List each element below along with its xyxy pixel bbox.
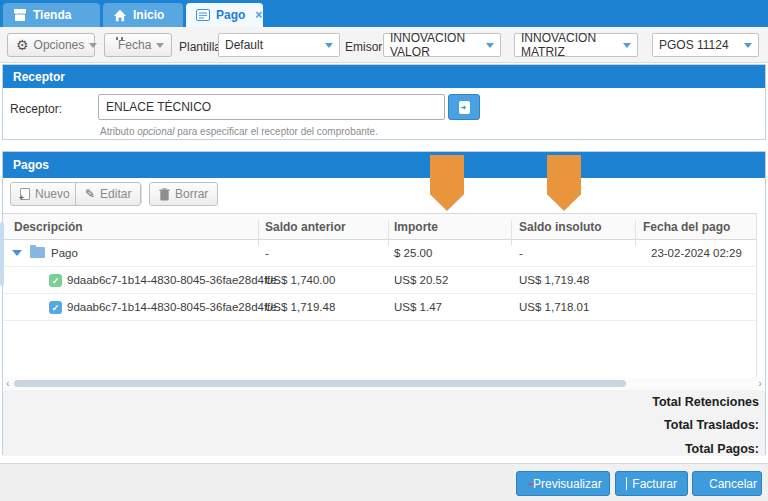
row-saldo-insoluto: US$ 1,718.01 bbox=[519, 301, 589, 313]
fecha-label: Fecha bbox=[118, 38, 151, 52]
previsualizar-button[interactable]: Previsualizar bbox=[516, 471, 610, 496]
col-importe[interactable]: Importe bbox=[394, 220, 438, 234]
facturar-label: Facturar bbox=[632, 477, 677, 491]
pagos-panel-title: Pagos bbox=[13, 158, 49, 172]
grid-right-border bbox=[756, 213, 757, 378]
serie-value: PGOS 11124 bbox=[659, 38, 729, 52]
chevron-down-icon bbox=[744, 43, 752, 48]
chevron-down-icon bbox=[156, 43, 164, 48]
close-icon[interactable]: × bbox=[255, 9, 262, 21]
totals-summary: Total Retenciones Total Traslados: Total… bbox=[3, 390, 765, 456]
opciones-button[interactable]: ⚙ Opciones bbox=[7, 33, 95, 57]
plantilla-value: Default bbox=[225, 38, 263, 52]
emisor-value: INNOVACION VALOR bbox=[390, 31, 486, 59]
emisor-label: Emisor bbox=[345, 40, 382, 54]
tab-inicio[interactable]: Inicio bbox=[103, 3, 183, 27]
pagos-panel-header: Pagos bbox=[3, 152, 765, 178]
grid-header: Descripción Saldo anterior Importe Saldo… bbox=[3, 213, 756, 240]
store-icon bbox=[13, 9, 27, 22]
row-description: 9daab6c7-1b14-4830-8045-36fae28d4ffe bbox=[67, 301, 277, 313]
facturar-button[interactable]: Facturar bbox=[615, 471, 688, 496]
opciones-label: Opciones bbox=[34, 38, 85, 52]
pagos-panel: Pagos Nuevo ✎ Editar Borrar Descripción … bbox=[2, 151, 766, 455]
receptor-input[interactable] bbox=[98, 94, 445, 120]
tab-pago[interactable]: Pago × bbox=[186, 3, 263, 27]
chevron-down-icon bbox=[486, 43, 494, 48]
row-fecha: 23-02-2024 02:29 bbox=[651, 247, 742, 259]
horizontal-scrollbar[interactable]: ‹ › bbox=[3, 377, 765, 390]
plantilla-select[interactable]: Default bbox=[218, 33, 340, 57]
folder-icon bbox=[30, 247, 45, 258]
toolbar-divider bbox=[141, 185, 142, 203]
document-check-icon: ✓ bbox=[49, 274, 62, 287]
nuevo-label: Nuevo bbox=[35, 187, 70, 201]
sucursal-value: INNOVACION MATRIZ bbox=[521, 31, 623, 59]
chevron-down-icon bbox=[325, 43, 333, 48]
chevron-down-icon bbox=[89, 43, 97, 48]
footer-bar: Previsualizar Facturar Cancelar bbox=[0, 463, 768, 501]
receptor-lookup-button[interactable] bbox=[448, 94, 480, 120]
total-pagos-label: Total Pagos: bbox=[685, 442, 759, 456]
row-importe: $ 25.00 bbox=[394, 247, 432, 259]
table-row[interactable]: ✓ 9daab6c7-1b14-4830-8045-36fae28d4ffe U… bbox=[3, 267, 756, 294]
receptor-panel-header: Receptor bbox=[3, 65, 765, 88]
col-fecha-del-pago[interactable]: Fecha del pago bbox=[643, 220, 730, 234]
receptor-field-label: Receptor: bbox=[10, 102, 62, 116]
gear-icon: ⚙ bbox=[16, 38, 29, 52]
tab-label: Pago bbox=[216, 8, 245, 22]
row-importe: US$ 1.47 bbox=[394, 301, 442, 313]
total-traslados-label: Total Traslados: bbox=[664, 418, 759, 432]
col-descripcion[interactable]: Descripción bbox=[14, 220, 83, 234]
col-saldo-insoluto[interactable]: Saldo insoluto bbox=[519, 220, 602, 234]
serie-select[interactable]: PGOS 11124 bbox=[652, 33, 759, 57]
cancelar-button[interactable]: Cancelar bbox=[692, 471, 762, 496]
collapse-icon[interactable] bbox=[12, 250, 22, 256]
row-saldo-insoluto: US$ 1,719.48 bbox=[519, 274, 589, 286]
receptor-hint: Atributo opcional para especificar el re… bbox=[100, 126, 378, 137]
table-row[interactable]: ✓ 9daab6c7-1b14-4830-8045-36fae28d4ffe U… bbox=[3, 294, 756, 321]
chevron-down-icon bbox=[623, 43, 631, 48]
cancelar-label: Cancelar bbox=[709, 477, 757, 491]
home-icon bbox=[113, 9, 127, 22]
row-description: Pago bbox=[51, 247, 78, 259]
previsualizar-label: Previsualizar bbox=[533, 477, 602, 491]
borrar-label: Borrar bbox=[175, 187, 208, 201]
nuevo-button[interactable]: Nuevo bbox=[10, 182, 80, 206]
row-saldo-anterior: US$ 1,719.48 bbox=[265, 301, 335, 313]
tab-label: Tienda bbox=[33, 8, 71, 22]
total-retenciones-label: Total Retenciones bbox=[652, 395, 759, 409]
receptor-panel: Receptor Receptor: Atributo opcional par… bbox=[2, 64, 766, 140]
table-row[interactable]: Pago - $ 25.00 - 23-02-2024 02:29 bbox=[3, 240, 756, 267]
borrar-button[interactable]: Borrar bbox=[149, 182, 218, 206]
col-saldo-anterior[interactable]: Saldo anterior bbox=[265, 220, 346, 234]
pencil-icon: ✎ bbox=[85, 188, 95, 200]
editar-label: Editar bbox=[100, 187, 131, 201]
row-saldo-anterior: US$ 1,740.00 bbox=[265, 274, 335, 286]
left-scroll-strip bbox=[0, 222, 4, 286]
tab-tienda[interactable]: Tienda bbox=[3, 3, 100, 27]
row-description: 9daab6c7-1b14-4830-8045-36fae28d4ffe bbox=[67, 274, 277, 286]
emisor-select[interactable]: INNOVACION VALOR bbox=[383, 33, 501, 57]
receptor-panel-title: Receptor bbox=[13, 70, 65, 84]
scroll-right-icon[interactable]: › bbox=[758, 377, 762, 390]
document-check-icon: ✓ bbox=[49, 301, 62, 314]
fecha-button[interactable]: Fecha bbox=[104, 33, 172, 57]
row-saldo-anterior: - bbox=[265, 247, 269, 259]
row-importe: US$ 20.52 bbox=[394, 274, 448, 286]
tab-bar: Tienda Inicio Pago × bbox=[0, 0, 768, 27]
document-arrow-icon bbox=[459, 101, 470, 114]
trash-icon bbox=[159, 188, 170, 201]
scroll-left-icon[interactable]: ‹ bbox=[6, 377, 10, 390]
app-window: Tienda Inicio Pago × ⚙ Opciones Fecha bbox=[0, 0, 768, 501]
main-toolbar: ⚙ Opciones Fecha Plantilla: Default Emis… bbox=[0, 27, 768, 63]
row-saldo-insoluto: - bbox=[519, 247, 523, 259]
sucursal-select[interactable]: INNOVACION MATRIZ bbox=[514, 33, 638, 57]
scrollbar-thumb[interactable] bbox=[14, 380, 626, 387]
form-icon bbox=[196, 9, 210, 21]
new-document-icon bbox=[20, 188, 30, 200]
editar-button[interactable]: ✎ Editar bbox=[75, 182, 141, 206]
tab-label: Inicio bbox=[133, 8, 164, 22]
